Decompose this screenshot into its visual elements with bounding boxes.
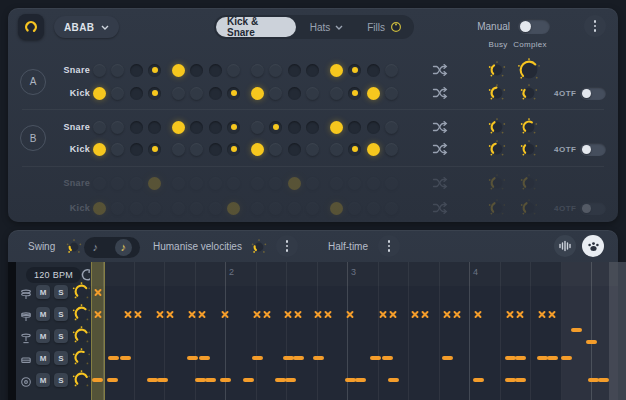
- otf-toggle[interactable]: [580, 143, 606, 156]
- step-dot[interactable]: [209, 143, 222, 156]
- step-dot[interactable]: [385, 87, 398, 100]
- step-dot[interactable]: [93, 121, 106, 134]
- halftime-menu-button[interactable]: [378, 235, 400, 257]
- step-dot[interactable]: [93, 64, 106, 77]
- note-dash[interactable]: [345, 378, 356, 382]
- track-level-knob[interactable]: [72, 282, 91, 305]
- step-dot[interactable]: [330, 87, 343, 100]
- eighth-note-icon[interactable]: ♪: [92, 242, 98, 253]
- note-hit-marker[interactable]: [421, 310, 430, 319]
- step-dot[interactable]: [148, 87, 161, 100]
- note-hit-marker[interactable]: [379, 310, 388, 319]
- note-dash[interactable]: [505, 356, 516, 360]
- note-dash[interactable]: [370, 356, 381, 360]
- busy-knob[interactable]: [488, 140, 506, 162]
- track-level-knob[interactable]: [72, 304, 91, 327]
- step-dot[interactable]: [348, 64, 361, 77]
- note-dash[interactable]: [588, 378, 599, 382]
- step-dot[interactable]: [330, 143, 343, 156]
- step-dot[interactable]: [190, 143, 203, 156]
- note-dash[interactable]: [547, 356, 558, 360]
- step-dot[interactable]: [130, 143, 143, 156]
- step-dot[interactable]: [288, 143, 301, 156]
- note-hit-marker[interactable]: [324, 310, 333, 319]
- step-dot[interactable]: [227, 64, 240, 77]
- busy-knob[interactable]: [488, 61, 506, 83]
- note-hit-marker[interactable]: [538, 310, 547, 319]
- step-dot[interactable]: [367, 121, 380, 134]
- track-level-knob[interactable]: [72, 370, 91, 393]
- note-dash[interactable]: [473, 378, 484, 382]
- note-dash[interactable]: [220, 378, 231, 382]
- step-dot[interactable]: [190, 87, 203, 100]
- note-dash[interactable]: [382, 356, 393, 360]
- note-grid[interactable]: 234: [90, 262, 618, 400]
- track-solo-button[interactable]: S: [54, 307, 68, 321]
- note-dash[interactable]: [243, 378, 254, 382]
- step-dot[interactable]: [172, 64, 185, 77]
- step-dot[interactable]: [348, 87, 361, 100]
- note-dash[interactable]: [586, 340, 597, 344]
- step-dot[interactable]: [348, 143, 361, 156]
- step-dot[interactable]: [227, 87, 240, 100]
- note-dash[interactable]: [313, 356, 324, 360]
- step-dot[interactable]: [288, 64, 301, 77]
- step-dot[interactable]: [190, 121, 203, 134]
- track-solo-button[interactable]: S: [54, 373, 68, 387]
- note-hit-marker[interactable]: [124, 310, 133, 319]
- step-dot[interactable]: [269, 87, 282, 100]
- step-dot[interactable]: [148, 143, 161, 156]
- track-mute-button[interactable]: M: [36, 373, 50, 387]
- step-dot[interactable]: [367, 143, 380, 156]
- note-hit-marker[interactable]: [516, 310, 525, 319]
- step-dot[interactable]: [330, 121, 343, 134]
- track-mute-button[interactable]: M: [36, 329, 50, 343]
- step-dot[interactable]: [130, 87, 143, 100]
- note-hit-marker[interactable]: [263, 310, 272, 319]
- note-dash[interactable]: [561, 356, 572, 360]
- step-dot[interactable]: [251, 87, 264, 100]
- step-dot[interactable]: [269, 64, 282, 77]
- step-dot[interactable]: [269, 121, 282, 134]
- note-hit-marker[interactable]: [156, 310, 165, 319]
- otf-toggle[interactable]: [580, 87, 606, 100]
- complex-knob[interactable]: [520, 140, 538, 162]
- step-dot[interactable]: [130, 121, 143, 134]
- step-dot[interactable]: [172, 87, 185, 100]
- step-dot[interactable]: [148, 121, 161, 134]
- step-dot[interactable]: [288, 121, 301, 134]
- step-dot[interactable]: [367, 87, 380, 100]
- note-hit-marker[interactable]: [346, 310, 355, 319]
- track-mute-button[interactable]: M: [36, 307, 50, 321]
- step-dot[interactable]: [227, 121, 240, 134]
- note-dash[interactable]: [293, 356, 304, 360]
- step-dot[interactable]: [130, 64, 143, 77]
- note-dash[interactable]: [108, 356, 119, 360]
- step-dot[interactable]: [227, 143, 240, 156]
- note-dash[interactable]: [187, 356, 198, 360]
- note-dash[interactable]: [355, 378, 366, 382]
- step-dot[interactable]: [269, 143, 282, 156]
- step-dot[interactable]: [111, 121, 124, 134]
- bpm-display[interactable]: 120 BPM: [26, 267, 81, 283]
- step-dot[interactable]: [148, 64, 161, 77]
- step-dot[interactable]: [385, 121, 398, 134]
- track-solo-button[interactable]: S: [54, 329, 68, 343]
- note-dash[interactable]: [537, 356, 548, 360]
- step-dot[interactable]: [385, 64, 398, 77]
- note-hit-marker[interactable]: [443, 310, 452, 319]
- complex-knob[interactable]: [517, 58, 541, 86]
- track-solo-button[interactable]: S: [54, 285, 68, 299]
- step-dot[interactable]: [288, 87, 301, 100]
- note-hit-marker[interactable]: [389, 310, 398, 319]
- note-dash[interactable]: [195, 378, 206, 382]
- complex-knob[interactable]: [520, 118, 538, 140]
- note-hit-marker[interactable]: [188, 310, 197, 319]
- note-hit-marker[interactable]: [474, 310, 483, 319]
- step-dot[interactable]: [209, 87, 222, 100]
- step-dot[interactable]: [251, 64, 264, 77]
- complex-knob[interactable]: [520, 84, 538, 106]
- note-dash[interactable]: [92, 378, 103, 382]
- step-dot[interactable]: [306, 143, 319, 156]
- midi-drag-button[interactable]: [582, 235, 604, 257]
